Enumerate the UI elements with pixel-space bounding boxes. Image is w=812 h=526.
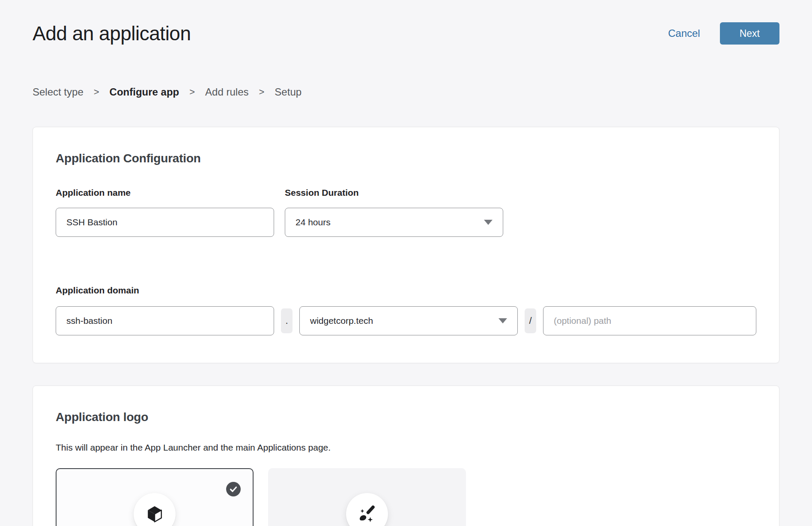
- domain-select[interactable]: widgetcorp.tech: [299, 306, 518, 335]
- page-header: Add an application Cancel Next: [33, 0, 779, 45]
- logo-preview-circle: [134, 493, 176, 526]
- paintbrush-sparkle-icon: [357, 504, 377, 524]
- logo-option-default[interactable]: [56, 468, 254, 526]
- session-duration-field-group: Session Duration 24 hours: [285, 187, 503, 237]
- logo-option-custom[interactable]: [268, 468, 466, 526]
- subdomain-input[interactable]: [56, 306, 274, 335]
- session-duration-value: 24 hours: [296, 217, 331, 227]
- step-setup[interactable]: Setup: [275, 86, 302, 99]
- application-domain-label: Application domain: [56, 285, 756, 296]
- application-domain-row: . widgetcorp.tech /: [56, 306, 756, 335]
- step-select-type[interactable]: Select type: [33, 86, 84, 99]
- logo-preview-circle: [346, 493, 388, 526]
- header-actions: Cancel Next: [668, 22, 779, 45]
- application-configuration-heading: Application Configuration: [56, 151, 756, 166]
- selected-check-icon: [226, 482, 241, 496]
- breadcrumb-separator: >: [189, 86, 195, 99]
- path-input[interactable]: [543, 306, 756, 335]
- slash-separator: /: [525, 308, 536, 333]
- application-name-label: Application name: [56, 187, 274, 198]
- wizard-steps-breadcrumb: Select type > Configure app > Add rules …: [33, 86, 779, 99]
- application-configuration-card: Application Configuration Application na…: [33, 127, 779, 363]
- logo-options-row: [56, 468, 756, 526]
- next-button[interactable]: Next: [720, 22, 779, 45]
- application-logo-description: This will appear in the App Launcher and…: [56, 442, 756, 454]
- page-title: Add an application: [33, 21, 191, 45]
- domain-select-value: widgetcorp.tech: [310, 316, 373, 326]
- dot-separator: .: [281, 308, 293, 333]
- step-add-rules[interactable]: Add rules: [205, 86, 248, 99]
- application-logo-heading: Application logo: [56, 410, 756, 424]
- step-configure-app[interactable]: Configure app: [110, 86, 179, 99]
- breadcrumb-separator: >: [259, 86, 265, 99]
- cancel-button[interactable]: Cancel: [668, 27, 700, 39]
- application-name-field-group: Application name: [56, 187, 274, 237]
- chevron-down-icon: [499, 318, 507, 323]
- add-application-page: Add an application Cancel Next Select ty…: [0, 0, 812, 526]
- application-logo-card: Application logo This will appear in the…: [33, 386, 779, 526]
- session-duration-label: Session Duration: [285, 187, 503, 198]
- cube-icon: [145, 504, 164, 524]
- breadcrumb-separator: >: [94, 86, 99, 99]
- chevron-down-icon: [484, 220, 493, 225]
- session-duration-select[interactable]: 24 hours: [285, 208, 503, 237]
- application-domain-field-group: Application domain . widgetcorp.tech /: [56, 285, 756, 335]
- application-name-input[interactable]: [56, 208, 274, 237]
- name-session-row: Application name Session Duration 24 hou…: [56, 187, 756, 237]
